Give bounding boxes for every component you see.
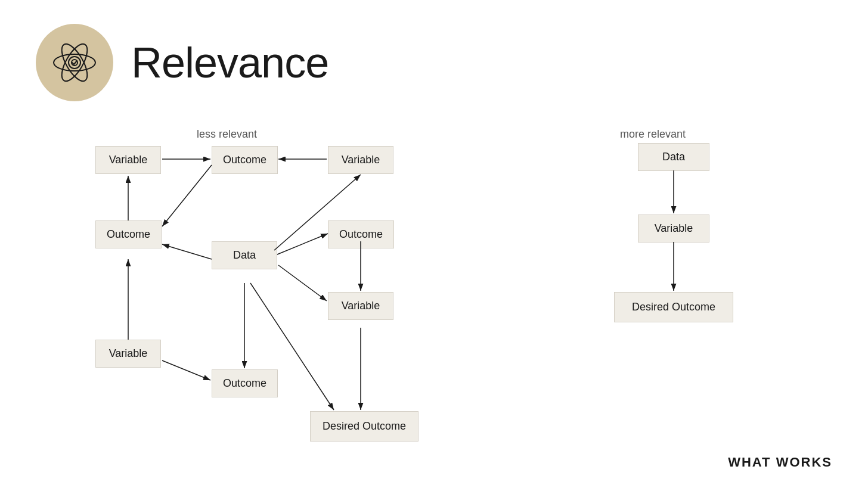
node-variable-2: Variable xyxy=(95,340,161,368)
svg-line-19 xyxy=(162,360,210,380)
node-variable-right: Variable xyxy=(638,215,709,243)
node-variable-1: Variable xyxy=(95,146,161,174)
relevance-icon xyxy=(51,39,98,86)
watermark: WHAT WORKS xyxy=(728,455,832,470)
logo-circle xyxy=(36,24,113,101)
svg-line-13 xyxy=(277,234,328,254)
node-data-right: Data xyxy=(638,143,709,171)
left-diagram: Variable Outcome Variable Outcome Data O… xyxy=(36,128,453,450)
page-title: Relevance xyxy=(131,38,328,87)
node-outcome-2: Outcome xyxy=(95,220,162,248)
left-diagram-arrows xyxy=(36,128,453,450)
node-variable-3: Variable xyxy=(328,146,393,174)
node-outcome-1: Outcome xyxy=(212,146,278,174)
right-diagram: Data Variable Desired Outcome xyxy=(596,143,751,399)
node-outcome-4: Outcome xyxy=(328,220,394,248)
node-desired-outcome-right: Desired Outcome xyxy=(614,292,733,322)
right-diagram-arrows xyxy=(596,143,751,399)
node-data: Data xyxy=(212,241,277,269)
svg-line-11 xyxy=(162,244,212,259)
node-desired-outcome-left: Desired Outcome xyxy=(310,411,418,442)
header: Relevance xyxy=(0,0,868,113)
node-variable-4: Variable xyxy=(328,292,393,320)
node-outcome-3: Outcome xyxy=(212,369,278,397)
svg-line-20 xyxy=(162,165,212,226)
svg-point-3 xyxy=(69,57,80,69)
more-relevant-label: more relevant xyxy=(620,128,686,141)
svg-line-15 xyxy=(278,265,327,301)
